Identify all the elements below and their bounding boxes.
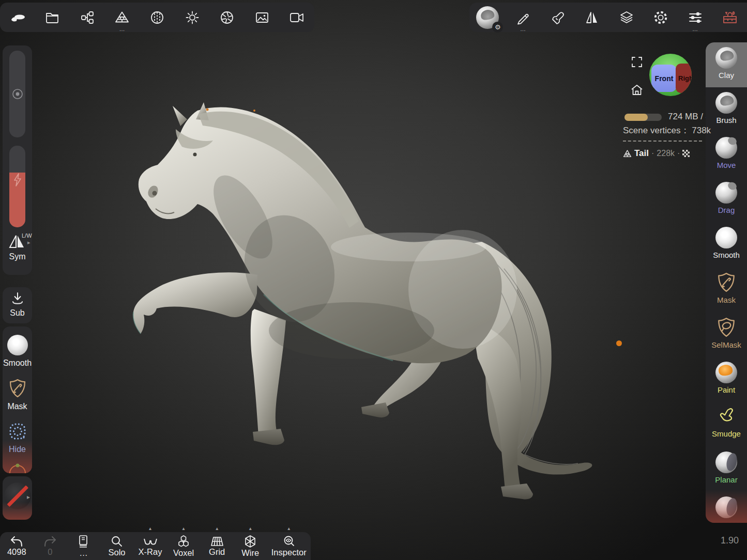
matcap-ball-icon: ⚙ [476, 6, 499, 29]
tool-smudge[interactable]: Smudge [706, 402, 747, 447]
history-more-label: … [79, 548, 88, 557]
tool-smooth[interactable]: Smooth [706, 222, 747, 267]
wire-button[interactable]: ▴ Wire [238, 532, 263, 560]
memory-usage-text: 724 MB / 47 [668, 112, 706, 122]
undo-arrow-icon [10, 536, 23, 547]
bottom-toolbar: 4098 0 … Solo ▴ X-Ray [0, 532, 311, 560]
gizmo-front-face[interactable]: Front [651, 65, 677, 92]
hide-label[interactable]: Hide [3, 445, 32, 454]
quick-settings-button[interactable]: … [685, 3, 706, 32]
sub-label[interactable]: Sub [3, 308, 32, 318]
camera-button[interactable] [286, 3, 307, 32]
mask-quick-label[interactable]: Mask [3, 402, 32, 411]
intensity-slider[interactable] [9, 146, 25, 227]
smudge-finger-icon [716, 407, 737, 427]
redo-count: 0 [48, 547, 52, 556]
redo-arrow-icon [43, 536, 57, 547]
undo-count: 4098 [7, 547, 26, 556]
grid-label: Grid [209, 547, 225, 556]
home-view-button[interactable] [631, 84, 643, 96]
tool-label: Drag [718, 206, 735, 214]
lighting-button[interactable] [182, 3, 203, 32]
clay-ball-icon [715, 47, 737, 69]
drag-ball-icon [715, 182, 737, 204]
tool-move[interactable]: Move [706, 132, 747, 177]
material-button[interactable] [147, 3, 167, 32]
solo-button[interactable]: Solo [104, 532, 129, 560]
video-camera-icon [289, 12, 304, 23]
background-button[interactable] [252, 3, 272, 32]
topology-pyramid-icon [115, 10, 129, 25]
matcap-disabled-caret-icon[interactable]: ▸ [27, 493, 30, 501]
grid-button[interactable]: ▴ Grid [205, 532, 230, 560]
stats-dashed-separator [623, 141, 702, 142]
tool-planar[interactable]: Planar [706, 447, 747, 492]
layers-button[interactable] [616, 3, 637, 32]
tool-clay[interactable]: Clay [706, 42, 747, 87]
hide-dotted-icon[interactable] [8, 422, 27, 441]
inspector-expand-caret-icon[interactable]: ▴ [287, 525, 290, 531]
undo-button[interactable]: 4098 [4, 532, 29, 560]
layers-icon [619, 10, 634, 25]
symmetry-button[interactable] [582, 3, 602, 32]
postprocess-button[interactable] [217, 3, 237, 32]
brush-sliders-panel: L/W ▸ Sym [3, 45, 32, 275]
files-button[interactable] [42, 3, 63, 32]
voxel-expand-caret-icon[interactable]: ▴ [182, 525, 185, 531]
image-icon [255, 10, 269, 25]
mirror-triangle-icon [585, 11, 599, 24]
sun-icon [185, 10, 200, 25]
xray-expand-caret-icon[interactable]: ▴ [149, 525, 151, 531]
sym-label[interactable]: Sym [3, 252, 32, 261]
sub-arrow-icon[interactable] [10, 291, 25, 307]
tool-label: Smooth [713, 251, 740, 259]
tool-label: Mask [717, 296, 736, 304]
radius-slider[interactable] [9, 51, 25, 137]
smooth-ball-icon [715, 227, 737, 248]
redo-button[interactable]: 0 [38, 532, 63, 560]
matcap-button[interactable]: ⚙ [476, 3, 499, 32]
quick-settings-more-dots: … [692, 27, 698, 32]
tool-brush[interactable]: Brush [706, 87, 747, 132]
mesh-pyramid-icon [623, 150, 632, 158]
stroke-more-dots: … [520, 27, 526, 32]
smooth-ball-icon[interactable] [7, 335, 28, 355]
inspector-eye-icon [283, 535, 295, 548]
orientation-gizmo[interactable]: Front Right [649, 54, 692, 96]
radius-dot-icon [11, 87, 24, 101]
topology-more-dots: … [119, 27, 125, 32]
stroke-button[interactable]: … [513, 3, 533, 32]
app-logo-button[interactable] [7, 3, 28, 32]
tool-drag[interactable]: Drag [706, 177, 747, 222]
scene-graph-button[interactable] [77, 3, 98, 32]
matcap-gear-badge-icon[interactable]: ⚙ [492, 22, 503, 33]
solo-label: Solo [108, 548, 125, 557]
gizmo-partial-icon[interactable] [7, 462, 28, 473]
top-left-toolbar: … [0, 3, 314, 32]
settings-button[interactable] [650, 3, 671, 32]
zoom-level-readout: 1.90 [721, 535, 739, 546]
tool-sidebar: Clay Brush Move Drag Smooth Mask [706, 42, 747, 523]
gear-icon [653, 10, 668, 25]
fullscreen-button[interactable] [631, 56, 643, 68]
mask-shield-icon[interactable] [8, 378, 27, 399]
wire-expand-caret-icon[interactable]: ▴ [249, 525, 252, 531]
history-button[interactable]: … [71, 532, 96, 560]
painting-button[interactable] [547, 3, 568, 32]
grid-expand-caret-icon[interactable]: ▴ [216, 525, 218, 531]
memory-usage-bar [624, 114, 662, 121]
tool-next-partial[interactable] [706, 492, 747, 523]
voxel-button[interactable]: ▴ Voxel [171, 532, 196, 560]
debug-tools-button[interactable] [720, 3, 740, 32]
xray-button[interactable]: ▴ X-Ray [138, 532, 163, 560]
tool-mask[interactable]: Mask [706, 267, 747, 312]
selected-mesh-line[interactable]: Tail · 228k · [623, 148, 690, 159]
smooth-quick-label[interactable]: Smooth [3, 359, 32, 368]
tool-label: Move [717, 161, 736, 169]
tool-selmask[interactable]: SelMask [706, 312, 747, 357]
aperture-icon [220, 10, 234, 25]
tool-paint[interactable]: Paint [706, 357, 747, 402]
sym-caret-icon[interactable]: ▸ [27, 239, 31, 246]
topology-button[interactable]: … [112, 3, 132, 32]
inspector-button[interactable]: ▴ Inspector [271, 532, 307, 560]
